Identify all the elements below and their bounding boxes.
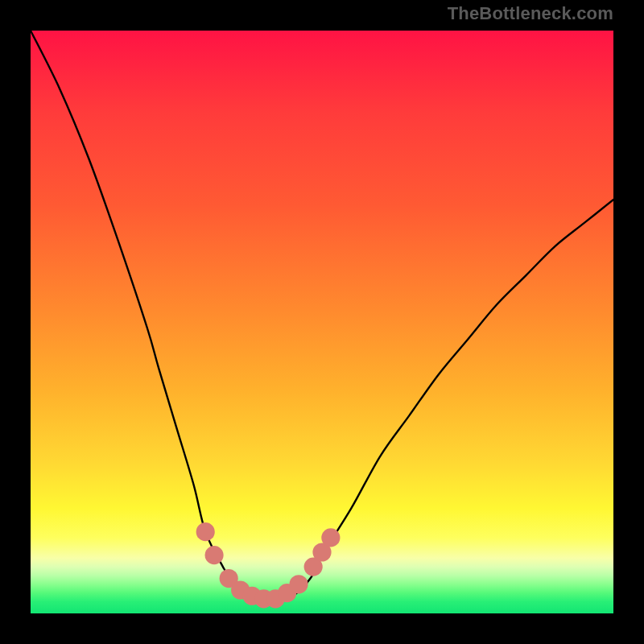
marker-dot: [289, 575, 308, 593]
chart-stage: TheBottleneck.com: [0, 0, 644, 644]
marker-dot: [204, 546, 223, 564]
marker-dot: [321, 528, 340, 547]
bottleneck-curve-path: [31, 31, 613, 602]
marker-dot: [196, 522, 215, 541]
marker-group: [196, 522, 341, 608]
chart-svg: [0, 0, 644, 644]
